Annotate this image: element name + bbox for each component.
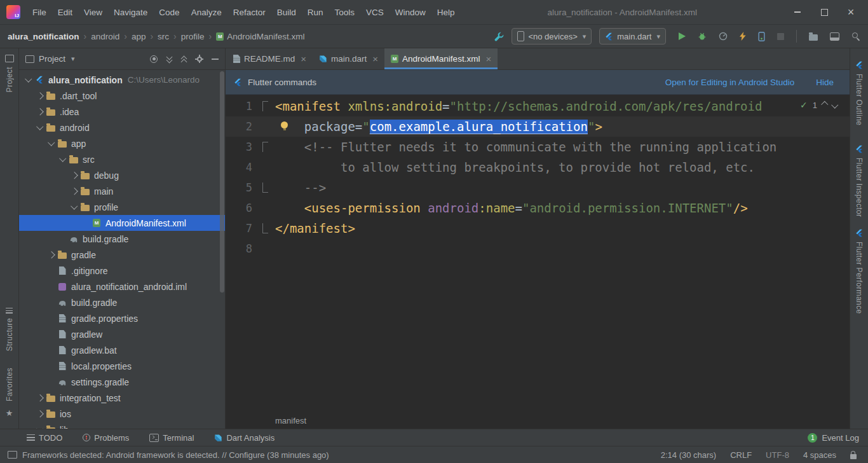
breadcrumb-item-android[interactable]: android [91,32,119,41]
menu-tools[interactable]: Tools [329,8,361,17]
attach-bolt-button[interactable] [740,32,746,41]
toolwindow-toggle-icon[interactable] [8,451,17,459]
editor-tab-main.dart[interactable]: main.dart× [313,48,384,69]
breadcrumb-item-src[interactable]: src [158,32,169,41]
profiler-button[interactable] [719,32,728,41]
toolwindow-terminal[interactable]: Terminal [149,433,194,443]
chevron-down-icon[interactable] [46,142,57,145]
project-stripe-button[interactable]: Project [0,55,18,92]
indent-setting[interactable]: 4 spaces [803,450,836,460]
toolwindow-dart-analysis[interactable]: Dart Analysis [214,433,275,443]
code-text[interactable] [275,238,850,259]
editor-tab-androidmanifest.xml[interactable]: MAndroidManifest.xml× [384,48,498,69]
caret-position[interactable]: 2:14 (30 chars) [661,450,716,460]
tree-item-gradlew.bat[interactable]: gradlew.bat [19,342,225,358]
hide-banner-link[interactable]: Hide [816,78,834,87]
tree-item-app[interactable]: app [19,135,225,151]
tree-item-alura_notification[interactable]: alura_notificationC:\Users\Leonardo [19,72,225,88]
code-editor[interactable]: 1<manifest xmlns:android="http://schemas… [226,95,850,412]
hide-button[interactable] [212,59,219,60]
chevron-down-icon[interactable] [57,158,68,161]
tree-item-debug[interactable]: debug [19,167,225,183]
tree-item-lib[interactable]: lib [19,422,225,429]
code-text[interactable]: <!-- Flutter needs it to communicate wit… [275,137,850,157]
chevron-right-icon[interactable] [69,189,79,194]
tree-item-androidmanifest.xml[interactable]: MAndroidManifest.xml [19,215,225,231]
tree-item-gradle[interactable]: gradle [19,247,225,263]
chevron-down-icon[interactable] [34,428,45,429]
code-text[interactable]: --> [275,177,850,198]
tree-item-gradle.properties[interactable]: gradle.properties [19,310,225,326]
tab-close-icon[interactable]: × [485,53,491,64]
target-button[interactable] [150,55,158,63]
tree-item-profile[interactable]: profile [19,199,225,215]
fold-marker[interactable] [255,137,275,157]
tree-item-src[interactable]: src [19,151,225,167]
fold-marker[interactable] [255,96,275,116]
menu-help[interactable]: Help [431,8,461,17]
tree-item-build.gradle[interactable]: build.gradle [19,294,225,310]
stop-button[interactable] [777,33,784,40]
menu-edit[interactable]: Edit [52,8,78,17]
tree-item-alura_notification_android.iml[interactable]: alura_notification_android.iml [19,279,225,294]
chevron-down-icon[interactable] [69,205,79,209]
chevron-right-icon[interactable] [46,252,57,258]
tree-item-build.gradle[interactable]: build.gradle [19,231,225,247]
toolwindow-todo[interactable]: TODO [27,433,62,443]
code-text[interactable]: <manifest xmlns:android="http://schemas.… [275,96,850,116]
minimize-button[interactable] [784,0,811,24]
readonly-lock-icon[interactable] [850,454,857,459]
editor-tab-readme.md[interactable]: README.md× [227,48,313,69]
project-panel-title[interactable]: Project [39,54,65,64]
breadcrumb-item-app[interactable]: app [132,32,146,41]
chevron-right-icon[interactable] [69,173,79,178]
event-log-button[interactable]: 1 Event Log [808,433,859,443]
line-separator[interactable]: CRLF [730,450,752,460]
favorites-stripe-button[interactable]: Favorites ★ [0,368,18,418]
stripe-flutter-inspector[interactable]: Flutter Inspector [850,145,868,218]
code-text[interactable]: to allow setting breakpoints, to provide… [275,157,850,177]
tab-close-icon[interactable]: × [301,53,306,64]
menu-code[interactable]: Code [153,8,185,17]
close-button[interactable]: × [837,0,864,24]
file-encoding[interactable]: UTF-8 [766,450,789,460]
editor-breadcrumb-item[interactable]: manifest [275,416,306,425]
chevron-right-icon[interactable] [34,411,45,417]
debug-button[interactable] [698,32,707,41]
open-in-android-studio-link[interactable]: Open for Editing in Android Studio [665,78,794,87]
intention-bulb-icon[interactable] [281,121,288,128]
tree-item-android[interactable]: android [19,120,225,135]
menu-refactor[interactable]: Refactor [227,8,271,17]
menu-build[interactable]: Build [271,8,302,17]
structure-stripe-button[interactable]: Structure [0,308,18,351]
maximize-button[interactable] [811,0,837,24]
attach-debugger-button[interactable] [758,32,765,41]
device-selector[interactable]: <no devices> ▾ [512,28,592,45]
menu-window[interactable]: Window [390,8,431,17]
tree-item-ios[interactable]: ios [19,406,225,422]
breadcrumb-item-androidmanifest.xml[interactable]: MAndroidManifest.xml [216,32,304,41]
menu-view[interactable]: View [78,8,108,17]
tree-item-main[interactable]: main [19,183,225,199]
menu-analyze[interactable]: Analyze [186,8,227,17]
tree-item-.dart_tool[interactable]: .dart_tool [19,88,225,104]
settings-button[interactable] [195,55,203,63]
breadcrumb-item-profile[interactable]: profile [181,32,205,41]
code-text[interactable]: <uses-permission android:name="android.p… [275,198,850,218]
flutter-wrench-icon[interactable] [494,32,504,41]
stripe-flutter-performance[interactable]: Flutter Performance [850,229,868,314]
run-config-selector[interactable]: main.dart ▾ [599,28,666,45]
stripe-flutter-outline[interactable]: Flutter Outline [850,61,868,125]
tab-close-icon[interactable]: × [372,53,378,64]
project-folder-button[interactable] [809,32,818,41]
tree-item-.idea[interactable]: .idea [19,104,225,120]
chevron-right-icon[interactable] [34,396,45,401]
collapse-all-button[interactable] [180,55,187,63]
next-problem-icon[interactable] [832,102,837,107]
code-text[interactable]: </manifest> [275,218,850,238]
tree-item-integration_test[interactable]: integration_test [19,390,225,406]
menu-run[interactable]: Run [302,8,329,17]
tree-item-gradlew[interactable]: gradlew [19,326,225,342]
menu-navigate[interactable]: Navigate [108,8,153,17]
breadcrumb-item-alura_notification[interactable]: alura_notification [8,32,79,41]
